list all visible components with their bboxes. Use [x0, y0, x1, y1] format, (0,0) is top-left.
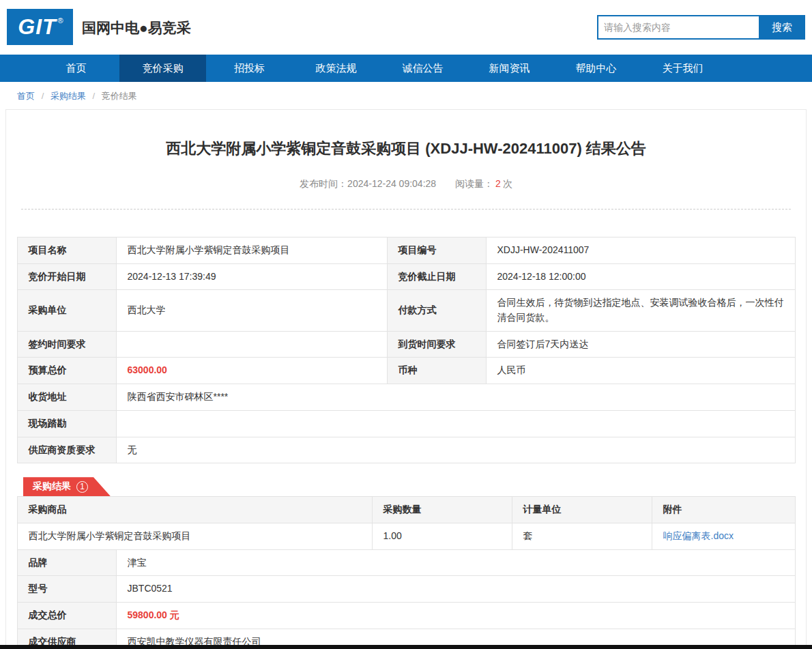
project-name-value: 西北大学附属小学紫铜定音鼓采购项目 [116, 237, 387, 264]
breadcrumb-separator: / [93, 91, 96, 101]
budget-total-label: 预算总价 [17, 358, 116, 384]
project-name-label: 项目名称 [17, 237, 116, 264]
bid-end-value: 2024-12-18 12:00:00 [486, 263, 795, 290]
table-row: 供应商资质要求 无 [17, 437, 795, 463]
deal-total-price-label: 成交总价 [17, 602, 116, 629]
project-number-label: 项目编号 [387, 237, 486, 264]
column-quantity: 采购数量 [372, 497, 512, 523]
nav-item-help-center[interactable]: 帮助中心 [553, 55, 639, 82]
site-survey-label: 现场踏勘 [17, 410, 116, 437]
budget-total-value: 63000.00 [116, 358, 387, 384]
purchase-result-table: 采购商品 采购数量 计量单位 附件 西北大学附属小学紫铜定音鼓采购项目 1.00… [17, 496, 796, 549]
purchase-result-detail-table: 品牌 津宝 型号 JBTC0521 成交总价 59800.00 元 成交供应商 … [17, 549, 796, 649]
breadcrumb-home-link[interactable]: 首页 [17, 91, 35, 101]
views-label: 阅读量： [455, 178, 493, 189]
nav-item-tender[interactable]: 招投标 [206, 55, 293, 82]
notice-panel: 西北大学附属小学紫铜定音鼓采购项目 (XDJJ-HW-202411007) 结果… [5, 109, 807, 649]
supplier-qualification-label: 供应商资质要求 [17, 437, 116, 463]
nav-item-news[interactable]: 新闻资讯 [466, 55, 553, 82]
purchase-result-badge-label: 采购结果 [33, 480, 71, 493]
table-row: 采购单位 西北大学 付款方式 合同生效后，待货物到达指定地点、安装调试验收合格后… [17, 290, 795, 331]
attachment-link[interactable]: 响应偏离表.docx [663, 530, 734, 541]
search-bar: 搜索 [597, 15, 805, 40]
breadcrumb: 首页 / 采购结果 / 竞价结果 [0, 82, 812, 109]
model-value: JBTC0521 [116, 576, 795, 603]
deal-total-price-value: 59800.00 元 [116, 602, 795, 629]
purchaser-label: 采购单位 [17, 290, 116, 331]
notice-title: 西北大学附属小学紫铜定音鼓采购项目 (XDJJ-HW-202411007) 结果… [6, 139, 806, 159]
bid-end-label: 竞价截止日期 [387, 263, 486, 290]
project-number-value: XDJJ-HW-202411007 [486, 237, 795, 264]
site-title: 国网中电●易竞采 [82, 18, 191, 38]
delivery-time-value: 合同签订后7天内送达 [486, 331, 795, 358]
signing-time-label: 签约时间要求 [17, 331, 116, 358]
notice-meta: 发布时间：2024-12-24 09:04:28阅读量：2次 [6, 178, 806, 190]
nav-item-integrity-notice[interactable]: 诚信公告 [379, 55, 466, 82]
header: GIT® 国网中电●易竞采 搜索 [0, 0, 812, 55]
result-number-badge: 1 [76, 481, 88, 493]
currency-label: 币种 [387, 358, 486, 384]
signing-time-value [116, 331, 387, 358]
table-header-row: 采购商品 采购数量 计量单位 附件 [17, 497, 795, 523]
table-row: 竞价开始日期 2024-12-13 17:39:49 竞价截止日期 2024-1… [17, 263, 795, 290]
views-unit: 次 [503, 178, 512, 189]
nav-item-policy[interactable]: 政策法规 [293, 55, 379, 82]
delivery-time-label: 到货时间要求 [387, 331, 486, 358]
publish-time-value: 2024-12-24 09:04:28 [347, 178, 436, 189]
breadcrumb-purchase-results-link[interactable]: 采购结果 [50, 91, 86, 101]
logo-text: GIT [18, 14, 56, 40]
table-row: 品牌 津宝 [17, 549, 795, 576]
table-row: 预算总价 63000.00 币种 人民币 [17, 358, 795, 384]
nav-item-bidding-purchase[interactable]: 竞价采购 [119, 55, 206, 82]
site-survey-value [116, 410, 795, 437]
delivery-address-value: 陕西省西安市碑林区**** [116, 384, 795, 411]
delivery-address-label: 收货地址 [17, 384, 116, 411]
project-info-table: 项目名称 西北大学附属小学紫铜定音鼓采购项目 项目编号 XDJJ-HW-2024… [17, 237, 796, 463]
table-row: 西北大学附属小学紫铜定音鼓采购项目 1.00 套 响应偏离表.docx [17, 523, 795, 549]
registered-trademark-icon: ® [58, 16, 63, 25]
column-product: 采购商品 [17, 497, 372, 523]
table-row: 收货地址 陕西省西安市碑林区**** [17, 384, 795, 411]
table-row: 签约时间要求 到货时间要求 合同签订后7天内送达 [17, 331, 795, 358]
search-button[interactable]: 搜索 [759, 15, 805, 40]
payment-method-value: 合同生效后，待货物到达指定地点、安装调试验收合格后，一次性付清合同货款。 [486, 290, 795, 331]
main-nav: 首页 竞价采购 招投标 政策法规 诚信公告 新闻资讯 帮助中心 关于我们 [0, 55, 812, 82]
footer-top-edge [0, 645, 812, 649]
breadcrumb-current: 竞价结果 [102, 91, 137, 101]
brand-value: 津宝 [116, 549, 795, 576]
column-unit: 计量单位 [512, 497, 652, 523]
model-label: 型号 [17, 576, 116, 603]
search-input[interactable] [597, 15, 759, 40]
currency-value: 人民币 [486, 358, 795, 384]
table-row: 现场踏勘 [17, 410, 795, 437]
dashed-divider [21, 209, 791, 210]
supplier-qualification-value: 无 [116, 437, 795, 463]
purchase-result-badge: 采购结果 1 [23, 477, 111, 496]
product-unit: 套 [512, 523, 652, 549]
payment-method-label: 付款方式 [387, 290, 486, 331]
purchaser-value: 西北大学 [116, 290, 387, 331]
table-row: 项目名称 西北大学附属小学紫铜定音鼓采购项目 项目编号 XDJJ-HW-2024… [17, 237, 795, 264]
table-row: 成交总价 59800.00 元 [17, 602, 795, 629]
column-attachment: 附件 [652, 497, 795, 523]
nav-item-about-us[interactable]: 关于我们 [639, 55, 726, 82]
product-quantity: 1.00 [372, 523, 512, 549]
nav-item-home[interactable]: 首页 [33, 55, 119, 82]
bid-start-label: 竞价开始日期 [17, 263, 116, 290]
table-row: 型号 JBTC0521 [17, 576, 795, 603]
bid-start-value: 2024-12-13 17:39:49 [116, 263, 387, 290]
product-name: 西北大学附属小学紫铜定音鼓采购项目 [17, 523, 372, 549]
site-logo[interactable]: GIT® [7, 9, 73, 45]
views-count: 2 [495, 178, 501, 189]
breadcrumb-separator: / [42, 91, 44, 101]
publish-time-label: 发布时间： [300, 178, 347, 189]
brand-label: 品牌 [17, 549, 116, 576]
